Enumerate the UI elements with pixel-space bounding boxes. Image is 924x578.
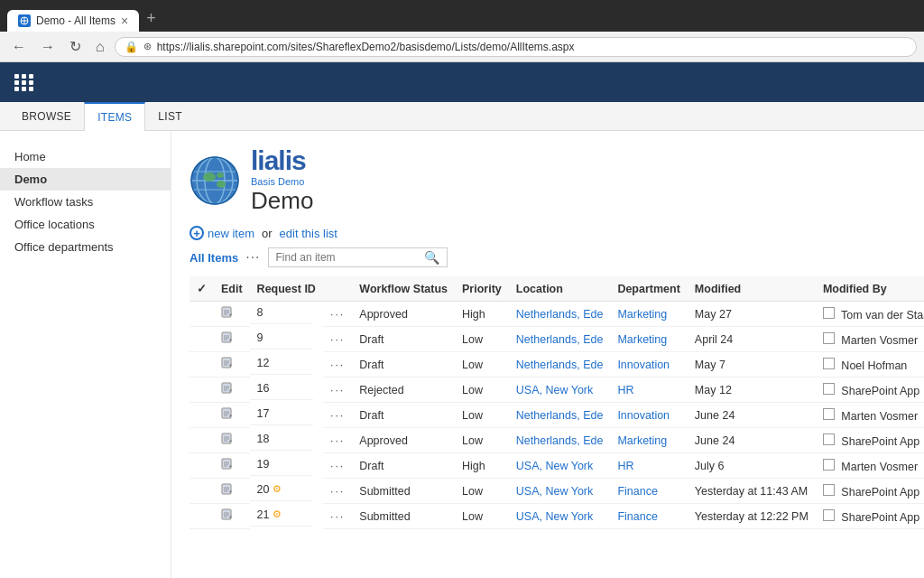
department-link[interactable]: Marketing bbox=[617, 333, 667, 346]
row-department[interactable]: Finance bbox=[610, 504, 687, 529]
row-edit-icon[interactable] bbox=[214, 453, 250, 479]
row-department[interactable]: Marketing bbox=[610, 327, 687, 352]
department-link[interactable]: Finance bbox=[617, 510, 657, 523]
modified-by-checkbox[interactable] bbox=[823, 332, 835, 344]
col-header-modified[interactable]: Modified bbox=[688, 276, 816, 302]
sidebar-item-home[interactable]: Home bbox=[0, 145, 171, 168]
location-link[interactable]: Netherlands, Ede bbox=[516, 434, 604, 447]
row-edit-icon[interactable] bbox=[214, 352, 250, 378]
new-item-link[interactable]: + new item bbox=[189, 226, 254, 240]
row-edit-icon[interactable] bbox=[214, 428, 250, 453]
address-bar[interactable]: 🔒 ⊛ bbox=[115, 37, 917, 57]
modified-by-checkbox[interactable] bbox=[823, 459, 835, 471]
modified-by-checkbox[interactable] bbox=[823, 358, 835, 369]
location-link[interactable]: USA, New York bbox=[516, 384, 593, 396]
row-location[interactable]: Netherlands, Ede bbox=[509, 302, 611, 327]
department-link[interactable]: Innovation bbox=[617, 359, 670, 371]
row-department[interactable]: Marketing bbox=[610, 302, 687, 327]
row-location[interactable]: USA, New York bbox=[509, 504, 611, 529]
tab-items[interactable]: ITEMS bbox=[84, 102, 145, 131]
department-link[interactable]: Marketing bbox=[617, 308, 667, 321]
col-header-location[interactable]: Location bbox=[509, 276, 611, 302]
modified-by-checkbox[interactable] bbox=[823, 307, 835, 319]
row-ellipsis[interactable]: ··· bbox=[323, 428, 352, 453]
col-header-priority[interactable]: Priority bbox=[455, 276, 509, 302]
home-button[interactable]: ⌂ bbox=[91, 37, 109, 57]
location-link[interactable]: Netherlands, Ede bbox=[516, 333, 604, 346]
search-box[interactable]: 🔍 bbox=[268, 247, 448, 267]
location-link[interactable]: USA, New York bbox=[516, 485, 593, 498]
row-ellipsis[interactable]: ··· bbox=[323, 504, 352, 529]
department-link[interactable]: HR bbox=[617, 460, 633, 472]
row-ellipsis[interactable]: ··· bbox=[323, 403, 352, 428]
department-link[interactable]: Finance bbox=[617, 485, 657, 498]
location-link[interactable]: Netherlands, Ede bbox=[516, 409, 604, 422]
view-name[interactable]: All Items bbox=[189, 251, 238, 265]
row-ellipsis[interactable]: ··· bbox=[323, 352, 352, 378]
row-ellipsis[interactable]: ··· bbox=[323, 327, 352, 352]
col-header-ellipsis bbox=[323, 276, 352, 302]
sidebar-item-office-departments[interactable]: Office departments bbox=[0, 236, 171, 258]
row-ellipsis[interactable]: ··· bbox=[323, 479, 352, 504]
row-edit-icon[interactable] bbox=[214, 378, 250, 403]
row-ellipsis[interactable]: ··· bbox=[323, 453, 352, 479]
modified-by-checkbox[interactable] bbox=[823, 434, 835, 445]
col-header-department[interactable]: Department bbox=[610, 276, 687, 302]
search-icon[interactable]: 🔍 bbox=[424, 250, 439, 265]
row-ellipsis[interactable]: ··· bbox=[323, 378, 352, 403]
department-link[interactable]: Innovation bbox=[617, 409, 670, 422]
row-edit-icon[interactable] bbox=[214, 327, 250, 352]
row-edit-icon[interactable] bbox=[214, 479, 250, 504]
row-ellipsis[interactable]: ··· bbox=[323, 302, 352, 327]
back-button[interactable]: ← bbox=[7, 37, 31, 57]
row-location[interactable]: Netherlands, Ede bbox=[509, 327, 611, 352]
row-location[interactable]: Netherlands, Ede bbox=[509, 403, 611, 428]
row-location[interactable]: USA, New York bbox=[509, 378, 611, 403]
view-more-button[interactable]: ··· bbox=[245, 249, 260, 266]
waffle-menu[interactable] bbox=[11, 70, 38, 95]
new-tab-button[interactable]: + bbox=[139, 5, 163, 32]
tab-browse[interactable]: BROWSE bbox=[9, 102, 84, 130]
row-edit-icon[interactable] bbox=[214, 302, 250, 327]
location-link[interactable]: Netherlands, Ede bbox=[516, 359, 604, 371]
row-edit-icon[interactable] bbox=[214, 504, 250, 529]
sidebar-item-office-locations[interactable]: Office locations bbox=[0, 213, 171, 236]
modified-by-checkbox[interactable] bbox=[823, 509, 835, 521]
row-location[interactable]: USA, New York bbox=[509, 453, 611, 479]
sidebar-item-demo[interactable]: Demo bbox=[0, 168, 171, 191]
modified-by-checkbox[interactable] bbox=[823, 484, 835, 496]
row-edit-icon[interactable] bbox=[214, 403, 250, 428]
col-header-request-id[interactable]: Request ID bbox=[250, 276, 323, 302]
refresh-button[interactable]: ↻ bbox=[65, 36, 86, 57]
location-link[interactable]: USA, New York bbox=[516, 510, 593, 523]
location-link[interactable]: Netherlands, Ede bbox=[516, 308, 604, 321]
department-link[interactable]: HR bbox=[617, 384, 633, 396]
col-header-modified-by[interactable]: Modified By bbox=[816, 276, 924, 302]
modified-by-checkbox[interactable] bbox=[823, 383, 835, 395]
col-header-workflow-status[interactable]: Workflow Status bbox=[352, 276, 455, 302]
location-link[interactable]: USA, New York bbox=[516, 460, 593, 472]
edit-list-link[interactable]: edit this list bbox=[280, 227, 337, 240]
row-priority: Low bbox=[455, 378, 509, 403]
active-tab[interactable]: Demo - All Items × bbox=[7, 10, 139, 32]
row-department[interactable]: Innovation bbox=[610, 352, 687, 378]
row-department[interactable]: HR bbox=[610, 378, 687, 403]
row-location[interactable]: Netherlands, Ede bbox=[509, 428, 611, 453]
row-department[interactable]: Marketing bbox=[610, 428, 687, 453]
modified-by-checkbox[interactable] bbox=[823, 408, 835, 420]
row-location[interactable]: Netherlands, Ede bbox=[509, 352, 611, 378]
address-input[interactable] bbox=[157, 41, 907, 53]
search-input[interactable] bbox=[276, 251, 420, 264]
row-department[interactable]: Finance bbox=[610, 479, 687, 504]
row-department[interactable]: Innovation bbox=[610, 403, 687, 428]
tab-close-button[interactable]: × bbox=[121, 14, 128, 27]
forward-button[interactable]: → bbox=[36, 37, 60, 57]
sidebar-item-workflow-tasks[interactable]: Workflow tasks bbox=[0, 191, 171, 213]
row-location[interactable]: USA, New York bbox=[509, 479, 611, 504]
tab-list[interactable]: LIST bbox=[145, 102, 195, 130]
row-checkbox-cell bbox=[189, 302, 214, 327]
table-row: 21⚙ ··· Submitted Low USA, New York Fina… bbox=[189, 504, 924, 529]
row-department[interactable]: HR bbox=[610, 453, 687, 479]
ribbon-tabs: BROWSE ITEMS LIST bbox=[0, 102, 924, 130]
department-link[interactable]: Marketing bbox=[617, 434, 667, 447]
